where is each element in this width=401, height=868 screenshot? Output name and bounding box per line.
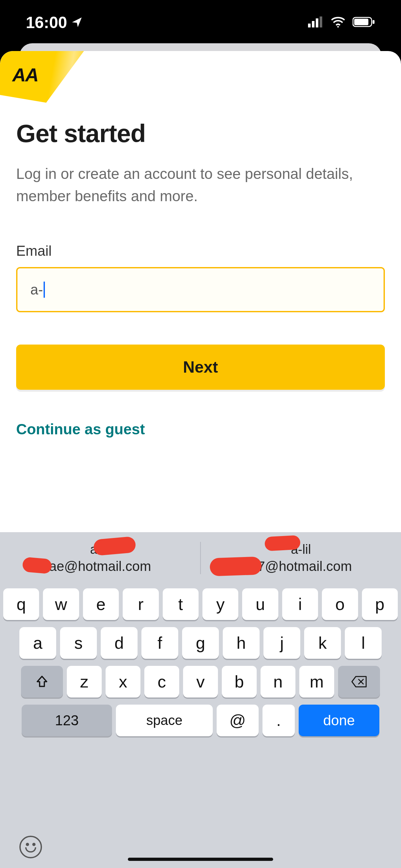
redaction-mark [22, 557, 52, 574]
key-y[interactable]: y [203, 588, 238, 620]
key-z[interactable]: z [67, 666, 102, 698]
key-d[interactable]: d [101, 627, 137, 659]
cellular-icon [308, 17, 323, 29]
numbers-key[interactable]: 123 [22, 705, 112, 736]
shift-icon [35, 675, 49, 689]
next-button[interactable]: Next [16, 345, 385, 390]
key-p[interactable]: p [362, 588, 398, 620]
key-n[interactable]: n [260, 666, 296, 698]
svg-rect-0 [308, 24, 311, 27]
logo-text: AA [12, 64, 38, 86]
status-time: 16:00 [26, 13, 67, 32]
svg-rect-3 [320, 17, 322, 27]
key-g[interactable]: g [182, 627, 219, 659]
guest-link-label: Continue as guest [16, 421, 145, 438]
key-u[interactable]: u [242, 588, 278, 620]
email-text: a- [30, 282, 43, 298]
next-button-label: Next [183, 358, 218, 376]
email-label: Email [16, 243, 385, 259]
keyboard: a-lil ae@hotmail.com a-lil 67@hotmail.co… [0, 532, 401, 868]
device-frame: 16:00 AA Get started Log in or create [0, 0, 401, 868]
key-rows: q w e r t y u i o p a s d f g h [0, 584, 401, 736]
key-e[interactable]: e [83, 588, 119, 620]
wifi-icon [330, 16, 346, 29]
status-bar: 16:00 [0, 0, 401, 45]
dot-key[interactable]: . [263, 705, 295, 736]
status-right [308, 16, 375, 29]
backspace-icon [351, 675, 367, 688]
key-b[interactable]: b [222, 666, 257, 698]
key-row-3: z x c v b n m [3, 666, 398, 698]
suggestion-2-line2: 67@hotmail.com [250, 559, 352, 574]
key-v[interactable]: v [183, 666, 218, 698]
location-icon [71, 13, 83, 32]
page-title: Get started [16, 119, 385, 148]
shift-key[interactable] [21, 666, 63, 698]
backspace-key[interactable] [338, 666, 380, 698]
key-w[interactable]: w [43, 588, 79, 620]
svg-rect-6 [354, 19, 368, 25]
page-subtitle: Log in or create an account to see perso… [16, 163, 385, 207]
done-key[interactable]: done [299, 705, 379, 736]
key-j[interactable]: j [264, 627, 300, 659]
content-area: Get started Log in or create an account … [16, 119, 385, 438]
emoji-icon [25, 847, 36, 852]
key-m[interactable]: m [299, 666, 334, 698]
continue-guest-link[interactable]: Continue as guest [16, 421, 385, 438]
svg-rect-1 [312, 21, 314, 27]
key-a[interactable]: a [19, 627, 56, 659]
key-s[interactable]: s [60, 627, 97, 659]
battery-icon [352, 17, 375, 29]
key-i[interactable]: i [282, 588, 318, 620]
key-row-2: a s d f g h j k l [3, 627, 398, 659]
svg-rect-7 [373, 20, 374, 24]
status-left: 16:00 [26, 13, 83, 32]
brand-logo: AA [0, 51, 84, 106]
key-t[interactable]: t [163, 588, 198, 620]
emoji-button[interactable] [19, 836, 42, 858]
key-k[interactable]: k [304, 627, 341, 659]
suggestion-1-line2: ae@hotmail.com [49, 559, 151, 574]
key-c[interactable]: c [144, 666, 179, 698]
key-o[interactable]: o [322, 588, 358, 620]
key-l[interactable]: l [345, 627, 382, 659]
redaction-mark [210, 556, 262, 577]
key-h[interactable]: h [223, 627, 259, 659]
text-cursor [43, 282, 45, 298]
redaction-mark [265, 535, 301, 551]
key-r[interactable]: r [123, 588, 158, 620]
key-row-1: q w e r t y u i o p [3, 588, 398, 620]
email-value: a- [30, 282, 45, 298]
key-x[interactable]: x [105, 666, 141, 698]
key-q[interactable]: q [3, 588, 39, 620]
main-sheet: AA Get started Log in or create an accou… [0, 51, 401, 868]
email-input[interactable]: a- [16, 267, 385, 312]
svg-point-4 [337, 26, 339, 28]
home-indicator[interactable] [128, 858, 273, 861]
at-key[interactable]: @ [217, 705, 258, 736]
key-row-4: 123 space @ . done [3, 705, 398, 736]
key-f[interactable]: f [142, 627, 178, 659]
keyboard-bottom-bar [0, 826, 401, 868]
suggestion-bar: a-lil ae@hotmail.com a-lil 67@hotmail.co… [0, 532, 401, 584]
space-key[interactable]: space [116, 705, 213, 736]
svg-rect-2 [316, 19, 318, 27]
